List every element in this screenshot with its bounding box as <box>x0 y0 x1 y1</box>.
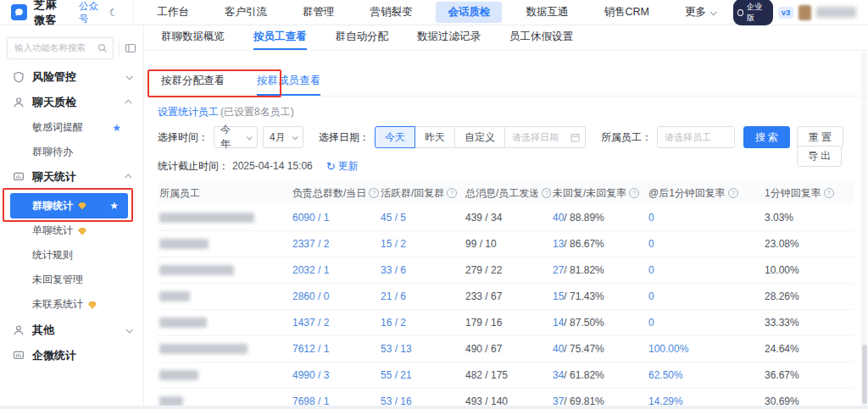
favorite-star-icon[interactable]: ★ <box>112 123 121 133</box>
unreplied-count[interactable]: 40 <box>553 212 564 224</box>
search-button[interactable]: 搜索 <box>743 126 790 148</box>
unreplied-count[interactable]: 40 <box>553 343 564 355</box>
unreplied-count[interactable]: 13 <box>553 238 564 250</box>
unreplied-count[interactable]: 14 <box>553 317 564 329</box>
help-icon[interactable] <box>447 188 457 198</box>
col-header-total-groups[interactable]: 负责总群数/当日 <box>291 181 379 205</box>
export-button[interactable]: 导出 <box>797 146 842 167</box>
sidebar-item-stats-rules[interactable]: 统计规则 <box>0 243 143 268</box>
help-icon[interactable] <box>542 188 551 198</box>
cell-total-groups[interactable]: 2860 / 0 <box>291 284 379 309</box>
date-option-today[interactable]: 今天 <box>375 126 415 148</box>
col-header-at-one-min-rate[interactable]: @后1分钟回复率 <box>647 181 763 205</box>
staff-select-input[interactable]: 请选择员工 <box>657 126 735 148</box>
cell-active-groups[interactable]: 16 / 2 <box>379 310 464 335</box>
cell-at-one-min-rate[interactable]: 0 <box>647 284 763 309</box>
help-icon[interactable] <box>728 188 738 198</box>
table-row[interactable]: 6090 / 1 45 / 5 439 / 34 40 / 88.89% 0 3… <box>158 205 854 231</box>
cell-at-one-min-rate[interactable]: 0 <box>647 231 763 257</box>
sidebar-item-single-chat-stats[interactable]: 单聊统计 <box>0 218 143 243</box>
collapse-sidebar-icon[interactable] <box>125 42 136 54</box>
col-header-one-min-rate[interactable]: 1分钟回复率 <box>763 181 854 205</box>
official-account-link[interactable]: 公众号 <box>79 0 101 25</box>
sidebar-item-unreplied-management[interactable]: 未回复管理 <box>0 268 143 292</box>
table-row[interactable]: 4990 / 3 55 / 21 482 / 175 34 / 61.82% 6… <box>158 362 854 389</box>
table-row[interactable]: 1437 / 2 16 / 2 179 / 16 14 / 87.50% 0 3… <box>158 310 854 336</box>
cell-total-groups[interactable]: 2032 / 1 <box>291 257 379 283</box>
nav-more[interactable]: 更多 <box>673 2 727 23</box>
chevron-down-icon <box>125 326 132 333</box>
month-select[interactable]: 4月 <box>263 126 303 148</box>
refresh-link[interactable]: ↻ 更新 <box>326 159 359 174</box>
cell-at-one-min-rate[interactable]: 0 <box>647 205 763 230</box>
user-name-blurred <box>816 7 856 18</box>
col-header-active-groups[interactable]: 活跃群/回复群 <box>379 181 464 205</box>
sidebar-item-others[interactable]: 其他 <box>0 318 143 343</box>
cell-at-one-min-rate[interactable]: 0 <box>647 257 763 283</box>
cell-active-groups[interactable]: 21 / 6 <box>379 284 464 309</box>
table-row[interactable]: 7612 / 1 53 / 13 490 / 67 40 / 75.47% 10… <box>158 336 854 362</box>
tab-view-by-employee[interactable]: 按员工查看 <box>253 25 307 50</box>
cell-at-one-min-rate[interactable]: 62.50% <box>647 362 763 388</box>
col-header-unreplied[interactable]: 未回复/未回复率 <box>551 181 647 205</box>
sidebar-item-risk-control[interactable]: 风险管控 <box>0 64 143 90</box>
subtab-view-by-group-member[interactable]: 按群成员查看 <box>257 67 320 96</box>
cell-at-one-min-rate[interactable]: 0 <box>647 310 763 335</box>
cell-at-one-min-rate[interactable]: 100.00% <box>647 336 763 362</box>
tab-group-auto-assign[interactable]: 群自动分配 <box>336 25 389 50</box>
unreplied-count[interactable]: 27 <box>553 264 564 276</box>
cell-active-groups[interactable]: 33 / 6 <box>379 257 464 283</box>
unreplied-count[interactable]: 15 <box>553 290 564 302</box>
dark-mode-icon[interactable]: ☾ <box>109 8 119 18</box>
cell-total-groups[interactable]: 7612 / 1 <box>291 336 379 362</box>
cell-total-groups[interactable]: 1437 / 2 <box>291 310 379 335</box>
cell-total-groups[interactable]: 6090 / 1 <box>291 205 379 230</box>
col-header-employee[interactable]: 所属员工 <box>158 181 291 205</box>
cell-active-groups[interactable]: 45 / 5 <box>379 205 464 230</box>
plan-badge-icon <box>737 9 743 16</box>
cell-total-groups[interactable]: 4990 / 3 <box>291 362 379 388</box>
nav-marketing-fission[interactable]: 营销裂变 <box>358 2 424 23</box>
sidebar-item-group-chat-stats-selected[interactable]: 群聊统计 ★ <box>10 193 128 218</box>
sidebar-item-chat-qc[interactable]: 聊天质检 <box>0 90 143 115</box>
nav-workbench[interactable]: 工作台 <box>145 2 201 23</box>
help-icon[interactable] <box>824 188 834 198</box>
col-header-total-messages[interactable]: 总消息/员工发送 <box>464 181 551 205</box>
cell-total-groups[interactable]: 2337 / 2 <box>291 231 379 257</box>
chat-stats-icon <box>12 171 25 184</box>
nav-customer-acquisition[interactable]: 客户引流 <box>213 2 279 23</box>
help-icon[interactable] <box>369 188 379 198</box>
subtab-view-by-group-assignment[interactable]: 按群分配查看 <box>161 67 225 96</box>
cell-active-groups[interactable]: 55 / 21 <box>379 362 464 388</box>
date-option-yesterday[interactable]: 昨天 <box>415 126 455 148</box>
cell-active-groups[interactable]: 53 / 13 <box>379 336 464 362</box>
set-stats-staff-link[interactable]: 设置统计员工 <box>158 105 219 119</box>
vertical-scrollbar-thumb[interactable] <box>862 345 867 404</box>
sidebar-item-group-todo[interactable]: 群聊待办 <box>0 140 143 164</box>
table-row[interactable]: 2860 / 0 21 / 6 233 / 67 15 / 71.43% 0 2… <box>158 284 854 310</box>
year-select[interactable]: 今年 <box>214 126 258 148</box>
help-icon[interactable] <box>629 188 639 198</box>
cell-active-groups[interactable]: 15 / 2 <box>379 231 464 257</box>
nav-conversation-qc[interactable]: 会话质检 <box>436 2 502 23</box>
nav-group-management[interactable]: 群管理 <box>291 2 347 23</box>
nav-data-interchange[interactable]: 数据互通 <box>514 2 580 23</box>
table-row[interactable]: 2032 / 1 33 / 6 279 / 22 27 / 81.82% 0 1… <box>158 257 854 284</box>
table-row[interactable]: 2337 / 2 15 / 2 99 / 10 13 / 86.67% 0 23… <box>158 231 854 257</box>
tab-group-data-overview[interactable]: 群聊数据概览 <box>161 25 225 50</box>
user-avatar[interactable] <box>798 5 811 20</box>
favorite-star-icon[interactable]: ★ <box>109 201 119 211</box>
sidebar-item-uncontacted-stats[interactable]: 未联系统计 <box>0 292 143 317</box>
sidebar-item-sensitive-words[interactable]: 敏感词提醒 ★ <box>0 115 143 140</box>
vertical-scrollbar-track[interactable] <box>861 53 867 406</box>
date-picker-input[interactable]: 请选择日期 <box>504 126 586 148</box>
sidebar-item-wecom-stats[interactable]: 企微统计 <box>0 343 143 368</box>
sidebar-item-label: 企微统计 <box>32 348 76 363</box>
function-search-input[interactable]: 输入功能名称搜索 <box>7 37 114 59</box>
nav-sales-crm[interactable]: 销售CRM <box>592 2 660 23</box>
tab-employee-leave-settings[interactable]: 员工休假设置 <box>509 25 573 50</box>
date-option-custom[interactable]: 自定义 <box>454 126 505 148</box>
sidebar-item-chat-stats[interactable]: 聊天统计 <box>0 164 143 190</box>
unreplied-count[interactable]: 34 <box>553 369 564 381</box>
tab-data-filter-records[interactable]: 数据过滤记录 <box>417 25 481 50</box>
